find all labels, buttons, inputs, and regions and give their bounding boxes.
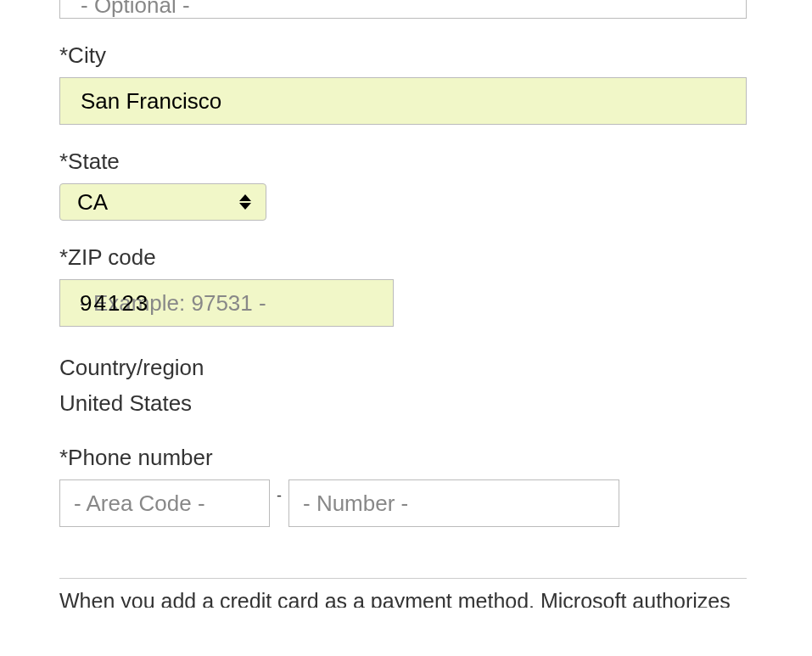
section-divider bbox=[59, 578, 747, 579]
address-line-2-input-partial[interactable]: - Optional - bbox=[59, 0, 747, 19]
country-value: United States bbox=[59, 386, 753, 422]
footer-disclaimer-text: When you add a credit card as a payment … bbox=[59, 589, 753, 608]
zip-field-group: *ZIP code - Example: 97531 - 94123 bbox=[59, 244, 753, 327]
phone-area-code-input[interactable] bbox=[59, 479, 270, 527]
optional-placeholder: - Optional - bbox=[81, 0, 190, 18]
phone-label: *Phone number bbox=[59, 445, 753, 471]
zip-input[interactable] bbox=[59, 279, 394, 327]
phone-number-input[interactable] bbox=[288, 479, 619, 527]
city-input[interactable] bbox=[59, 77, 747, 125]
state-label: *State bbox=[59, 149, 753, 175]
city-field-group: *City bbox=[59, 42, 753, 125]
state-select[interactable]: CA bbox=[59, 183, 266, 221]
state-field-group: *State CA bbox=[59, 149, 753, 221]
phone-dash-separator: - bbox=[277, 487, 282, 505]
country-field-group: Country/region United States bbox=[59, 350, 753, 421]
state-select-wrapper: CA bbox=[59, 183, 266, 221]
country-label: Country/region bbox=[59, 350, 753, 386]
city-label: *City bbox=[59, 42, 753, 69]
zip-label: *ZIP code bbox=[59, 244, 753, 271]
phone-field-group: *Phone number - bbox=[59, 445, 753, 527]
